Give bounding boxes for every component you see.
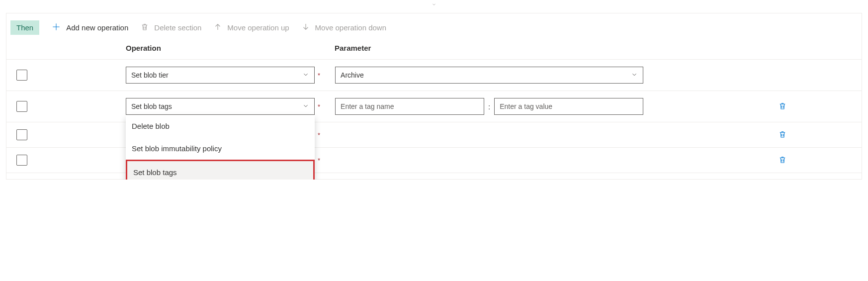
required-indicator: * — [318, 72, 320, 79]
tag-value-input[interactable] — [494, 98, 643, 115]
move-down-button[interactable]: Move operation down — [301, 22, 386, 33]
then-badge: Then — [10, 20, 39, 35]
delete-section-label: Delete section — [154, 23, 201, 32]
add-operation-button[interactable]: Add new operation — [51, 22, 128, 33]
delete-row-button[interactable] — [778, 155, 787, 166]
dropdown-option-immutability[interactable]: Set blob immutability policy — [126, 137, 315, 160]
delete-row-button[interactable] — [778, 129, 787, 141]
arrow-down-icon — [301, 22, 310, 33]
required-indicator: * — [318, 103, 320, 110]
then-panel: Then Add new operation Delete section Mo… — [6, 13, 862, 180]
parameter-select-value: Archive — [341, 71, 364, 79]
required-indicator: * — [318, 131, 320, 139]
add-operation-label: Add new operation — [66, 23, 128, 32]
delete-row-button[interactable] — [778, 101, 787, 112]
delete-section-button[interactable]: Delete section — [140, 22, 201, 33]
move-up-button[interactable]: Move operation up — [213, 22, 289, 33]
move-up-label: Move operation up — [227, 23, 289, 32]
operation-select[interactable]: Set blob tags — [126, 98, 315, 115]
chevron-down-icon — [302, 102, 309, 111]
arrow-up-icon — [213, 22, 222, 33]
chevron-down-icon — [302, 71, 309, 80]
row-checkbox[interactable] — [16, 70, 27, 81]
row-checkbox[interactable] — [16, 129, 27, 140]
parameter-select[interactable]: Archive — [335, 67, 643, 84]
header-parameter: Parameter — [335, 44, 852, 52]
tag-separator: : — [488, 102, 490, 111]
row-checkbox[interactable] — [16, 155, 27, 166]
operation-select-value: Set blob tier — [131, 71, 169, 79]
operation-row: Set blob tier * Archive — [6, 59, 862, 91]
operation-row: Set blob tags Delete blob Set blob immut… — [6, 91, 862, 122]
tag-name-input[interactable] — [335, 98, 484, 115]
header-operation: Operation — [126, 44, 335, 52]
toolbar: Then Add new operation Delete section Mo… — [6, 13, 862, 44]
connector-arrow — [0, 0, 868, 9]
operation-select-value: Set blob tags — [131, 102, 172, 110]
operation-dropdown: Delete blob Set blob immutability policy… — [126, 115, 315, 180]
dropdown-option-delete-blob[interactable]: Delete blob — [126, 115, 315, 137]
chevron-down-icon — [631, 71, 638, 80]
tag-inputs: : — [335, 98, 643, 115]
trash-icon — [140, 22, 149, 33]
column-headers: Operation Parameter — [6, 44, 862, 59]
move-down-label: Move operation down — [315, 23, 386, 32]
plus-icon — [51, 22, 61, 33]
required-indicator: * — [318, 157, 320, 164]
row-checkbox[interactable] — [16, 101, 27, 112]
operation-select[interactable]: Set blob tier — [126, 67, 315, 84]
dropdown-option-set-blob-tags[interactable]: Set blob tags — [126, 160, 315, 180]
